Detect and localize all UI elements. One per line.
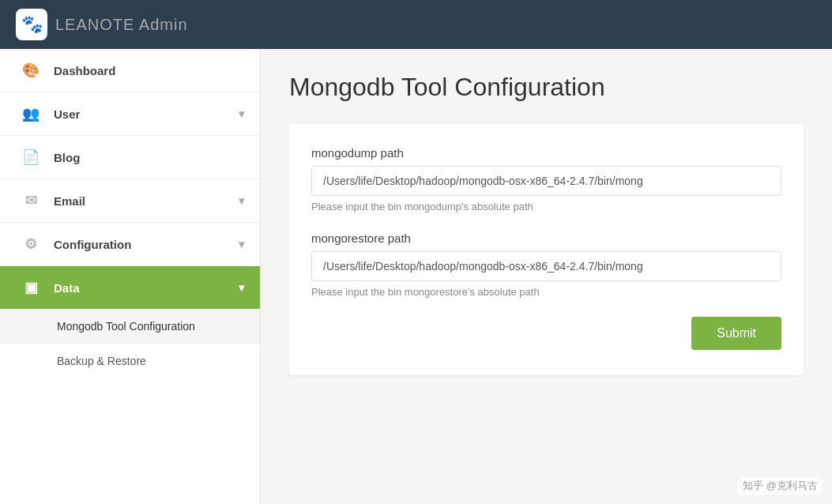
email-icon: ✉ — [19, 192, 43, 209]
chevron-down-icon: ▾ — [239, 107, 244, 120]
logo-icon: 🐾 — [16, 9, 47, 40]
mongodump-input[interactable] — [311, 166, 781, 196]
main-content: Mongodb Tool Configuration mongodump pat… — [261, 49, 832, 504]
sidebar-item-user[interactable]: 👥 User ▾ — [0, 92, 260, 135]
sidebar-item-email[interactable]: ✉ Email ▾ — [0, 179, 260, 222]
sidebar-item-label: Email — [54, 194, 85, 208]
sidebar-item-label: Configuration — [54, 238, 131, 251]
user-icon: 👥 — [19, 105, 43, 122]
sub-item-label: Backup & Restore — [57, 355, 146, 367]
chevron-down-icon: ▾ — [239, 194, 244, 207]
data-icon: ▣ — [19, 279, 43, 296]
sidebar-item-configuration[interactable]: ⚙ Configuration ▾ — [0, 223, 260, 265]
chevron-down-icon: ▾ — [239, 281, 244, 294]
chevron-down-icon: ▾ — [239, 238, 244, 250]
sub-item-label: Mongodb Tool Configuration — [57, 320, 195, 333]
sidebar-item-label: User — [54, 107, 80, 121]
sidebar-item-dashboard[interactable]: 🎨 Dashboard — [0, 49, 260, 92]
sidebar-item-label: Dashboard — [54, 64, 115, 77]
app-header: 🐾 LEANOTE Admin — [0, 0, 832, 49]
mongodump-label: mongodump path — [311, 146, 781, 160]
sidebar-sub-item-mongodb-tool[interactable]: Mongodb Tool Configuration — [0, 309, 260, 344]
watermark: 知乎 @克利马古 — [738, 477, 823, 495]
dashboard-icon: 🎨 — [19, 62, 43, 79]
form-card: mongodump path Please input the bin mong… — [289, 124, 804, 375]
mongodump-group: mongodump path Please input the bin mong… — [311, 146, 781, 213]
sidebar-item-label: Data — [54, 281, 80, 295]
sidebar-item-label: Blog — [54, 151, 80, 164]
sidebar: 🎨 Dashboard 👥 User ▾ 📄 Blog ✉ Email ▾ ⚙ … — [0, 49, 261, 504]
mongorestore-hint: Please input the bin mongorestore's abso… — [311, 286, 781, 298]
mongorestore-input[interactable] — [311, 251, 781, 281]
logo: 🐾 LEANOTE Admin — [16, 9, 188, 40]
app-title: LEANOTE Admin — [55, 16, 188, 34]
page-title: Mongodb Tool Configuration — [289, 73, 804, 102]
body-layout: 🎨 Dashboard 👥 User ▾ 📄 Blog ✉ Email ▾ ⚙ … — [0, 49, 832, 504]
mongodump-hint: Please input the bin mongodump's absolut… — [311, 201, 781, 213]
config-icon: ⚙ — [19, 235, 43, 253]
submit-button[interactable]: Submit — [691, 317, 781, 350]
mongorestore-label: mongorestore path — [311, 231, 781, 245]
sidebar-item-blog[interactable]: 📄 Blog — [0, 136, 260, 179]
blog-icon: 📄 — [19, 149, 43, 166]
sidebar-item-data[interactable]: ▣ Data ▾ — [0, 266, 260, 309]
mongorestore-group: mongorestore path Please input the bin m… — [311, 231, 781, 298]
sidebar-sub-item-backup-restore[interactable]: Backup & Restore — [0, 344, 260, 378]
